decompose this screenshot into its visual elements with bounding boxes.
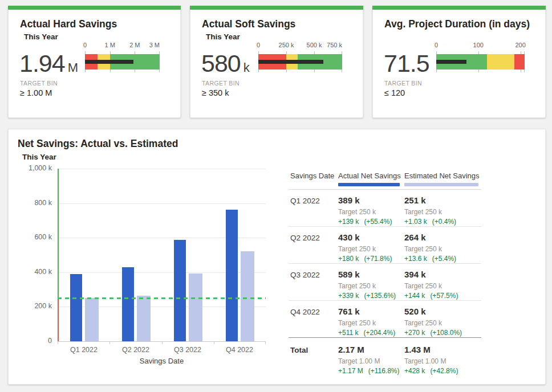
bullet-axis-label: 750 k [327, 42, 342, 48]
bullet-measure-bar [436, 60, 466, 64]
actual-target: Target 1.00 M [338, 357, 403, 365]
bullet-axis-label: 0 [257, 42, 260, 48]
kpi-value: 580k [201, 50, 250, 77]
net-savings-card: Net Savings: Actual vs. Estimated This Y… [8, 129, 546, 385]
bullet-range-red [514, 54, 525, 70]
kpi-target-bin-label: TARGET BIN [384, 80, 422, 87]
estimated-delta-value: +144 k [404, 292, 425, 300]
actual-target: Target 250 k [338, 319, 403, 327]
bar-estimated-q3-2022[interactable] [189, 273, 202, 341]
bar-actual-q3-2022[interactable] [174, 240, 186, 341]
table-row-q3-2022[interactable]: Q3 2022589 kTarget 250 k+339 k(+135.6%)3… [289, 264, 481, 301]
bar-actual-q2-2022[interactable] [122, 267, 134, 341]
actual-delta: +180 k(+71.8%) [338, 255, 403, 263]
kpi-value-number: 71.5 [384, 50, 429, 77]
row-date-label: Q4 2022 [289, 307, 336, 337]
net-savings-table: Savings DateActual Net SavingsEstimated … [289, 167, 481, 375]
y-axis-label: 0 [17, 337, 52, 345]
kpi-value: 1.94M [19, 50, 78, 77]
actual-value: 761 k [338, 307, 403, 316]
estimated-target: Target 250 k [404, 208, 481, 216]
bullet-track [258, 54, 342, 70]
actual-value: 2.17 M [338, 345, 403, 354]
estimated-delta: +144 k(+57.5%) [404, 292, 481, 300]
bar-actual-q4-2022[interactable] [226, 210, 238, 341]
table-column-header-label: Estimated Net Savings [404, 172, 481, 180]
bullet-range-yellow [487, 54, 514, 70]
bullet-axis-labels: 0250 k500 k750 k [258, 42, 342, 50]
bullet-axis-label: 250 k [279, 42, 294, 48]
actual-target: Target 250 k [338, 282, 403, 290]
bullet-chart: 0100200 [436, 42, 525, 81]
bullet-axis-label: 3 M [149, 42, 160, 48]
actual-delta: +511 k(+204.4%) [338, 329, 403, 337]
bar-chart-plot-area: 0200 k400 k600 k800 k1,000 kQ1 2022Q2 20… [58, 169, 266, 342]
y-axis-label: 600 k [17, 233, 52, 241]
actual-delta-value: +339 k [338, 292, 359, 300]
actual-series-swatch [338, 183, 400, 186]
estimated-value: 520 k [404, 307, 481, 316]
actual-delta-percent: (+135.6%) [364, 292, 396, 300]
bar-estimated-q1-2022[interactable] [85, 298, 99, 341]
actual-delta: +1.17 M(+116.8%) [338, 367, 403, 375]
table-row-q1-2022[interactable]: Q1 2022389 kTarget 250 k+139 k(+55.4%)25… [289, 190, 481, 227]
target-reference-line [58, 297, 266, 299]
bar-estimated-q4-2022[interactable] [241, 251, 254, 341]
x-axis-tick [265, 341, 266, 344]
bar-estimated-q2-2022[interactable] [137, 296, 151, 341]
estimated-cell: 394 kTarget 250 k+144 k(+57.5%) [403, 270, 481, 300]
table-column-header-label: Savings Date [290, 172, 336, 180]
kpi-subtitle: This Year [24, 32, 58, 41]
table-row-q4-2022[interactable]: Q4 2022761 kTarget 250 k+511 k(+204.4%)5… [289, 301, 481, 338]
estimated-delta: +13.6 k(+5.4%) [404, 255, 481, 263]
estimated-delta-percent: (+42.8%) [430, 367, 458, 375]
estimated-value: 1.43 M [404, 345, 481, 354]
actual-value: 389 k [338, 195, 403, 205]
bullet-axis-label: 500 k [307, 42, 322, 48]
estimated-delta-percent: (+108.0%) [430, 329, 462, 337]
actual-delta-percent: (+55.4%) [364, 218, 392, 226]
estimated-target: Target 250 k [404, 245, 481, 253]
bullet-chart: 01 M2 M3 M [85, 42, 160, 81]
estimated-delta: +428 k(+42.8%) [404, 367, 481, 375]
bullet-axis-label: 2 M [129, 42, 140, 48]
actual-delta-value: +1.17 M [338, 367, 363, 375]
estimated-target: Target 250 k [404, 282, 481, 290]
actual-delta-value: +139 k [338, 218, 359, 226]
table-header-row: Savings DateActual Net SavingsEstimated … [289, 167, 481, 190]
bar-actual-q1-2022[interactable] [70, 274, 82, 341]
estimated-delta-value: +428 k [404, 367, 425, 375]
estimated-cell: 251 kTarget 250 k+1.03 k(+0.4%) [403, 195, 481, 226]
bullet-axis-label: 0 [435, 42, 438, 48]
bullet-measure-bar [258, 60, 323, 64]
kpi-title: Actual Hard Savings [20, 18, 117, 30]
table-column-header: Savings Date [289, 167, 336, 186]
bullet-axis-label: 200 [515, 42, 525, 48]
kpi-card-hard-savings: Actual Hard Savings This Year 1.94M 01 M… [8, 6, 181, 118]
actual-cell: 2.17 MTarget 1.00 M+1.17 M(+116.8%) [336, 345, 403, 375]
chart-subtitle: This Year [22, 153, 56, 161]
estimated-series-swatch [404, 183, 478, 186]
estimated-delta-value: +13.6 k [404, 255, 427, 263]
y-axis-label: 400 k [17, 268, 52, 276]
row-date-label: Q2 2022 [289, 232, 336, 263]
actual-cell: 389 kTarget 250 k+139 k(+55.4%) [336, 195, 403, 226]
row-date-label: Q3 2022 [289, 270, 336, 300]
estimated-delta: +270 k(+108.0%) [404, 329, 481, 337]
kpi-subtitle: This Year [206, 32, 240, 41]
table-column-header: Estimated Net Savings [403, 167, 481, 186]
estimated-cell: 1.43 MTarget 1.00 M+428 k(+42.8%) [403, 345, 481, 375]
actual-cell: 589 kTarget 250 k+339 k(+135.6%) [336, 270, 403, 300]
y-axis-line-above-target [58, 169, 59, 298]
estimated-delta-value: +270 k [404, 329, 425, 337]
estimated-delta-percent: (+5.4%) [432, 255, 456, 263]
table-row-q2-2022[interactable]: Q2 2022430 kTarget 250 k+180 k(+71.8%)26… [289, 227, 481, 264]
card-accent-bar [8, 6, 181, 10]
x-axis-tick [58, 341, 58, 344]
estimated-delta-value: +1.03 k [404, 218, 427, 226]
gridline [58, 203, 266, 204]
estimated-delta-percent: (+57.5%) [430, 292, 458, 300]
kpi-value-number: 1.94 [19, 50, 65, 77]
table-row-total[interactable]: Total2.17 MTarget 1.00 M+1.17 M(+116.8%)… [289, 338, 481, 375]
kpi-target-bin-value: ≥ 1.00 M [20, 88, 52, 97]
